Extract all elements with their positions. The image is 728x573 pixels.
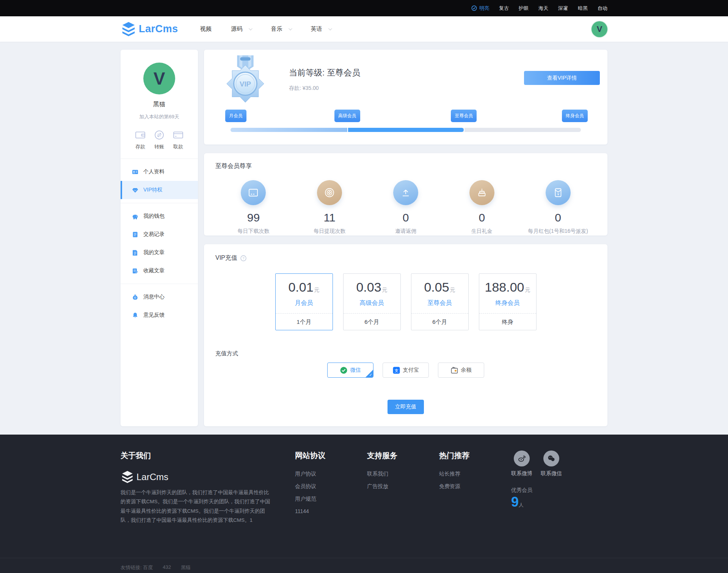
piggybank-icon [132, 213, 138, 220]
larcms-logo-icon [121, 22, 136, 37]
about-title: 关于我们 [121, 451, 295, 461]
current-level-title: 当前等级: 至尊会员 [289, 67, 360, 78]
bankcard-icon [173, 129, 184, 141]
privilege-referral: 0 邀请返佣 [368, 180, 444, 235]
theme-dark[interactable]: 暗黑 [578, 5, 588, 12]
sidebar-item-favorites[interactable]: 收藏文章 [121, 262, 198, 280]
link-member-agreement[interactable]: 会员协议 [295, 483, 367, 490]
plan-supreme[interactable]: 0.05元 至尊会员 6个月 [411, 273, 469, 330]
link-contact-us[interactable]: 联系我们 [367, 471, 439, 477]
balance-icon [451, 367, 458, 374]
wechat-pay-icon [340, 367, 347, 374]
footer-col-recommend: 热门推荐 站长推荐 免费资源 [439, 451, 511, 558]
plan-premium[interactable]: 0.03元 高级会员 6个月 [343, 273, 401, 330]
privilege-download: 99 每日下载次数 [215, 180, 292, 235]
site-header: LarCms 视频 源码 音乐 英语 V [0, 16, 728, 42]
moneybag-icon [132, 294, 138, 300]
deposit-value: ¥35.00 [303, 85, 319, 91]
deposit-info: 存款: ¥35.00 [289, 85, 360, 92]
article-icon [132, 250, 138, 256]
sidebar-avatar[interactable]: V [143, 63, 175, 94]
larcms-logo-icon [121, 471, 134, 484]
weibo-contact[interactable]: 联系微博 [511, 451, 532, 477]
nav-video[interactable]: 视频 [200, 25, 212, 33]
level-tag-month[interactable]: 月会员 [225, 110, 246, 122]
link-advertising[interactable]: 广告投放 [367, 483, 439, 490]
transfer-action[interactable]: 转账 [154, 129, 165, 150]
link-11144[interactable]: 11144 [295, 508, 367, 514]
chevron-down-icon [289, 27, 292, 30]
deposit-label: 存款: [289, 85, 301, 91]
nav-source[interactable]: 源码 [231, 25, 251, 33]
wechat-pay-button[interactable]: 微信 ✓ [327, 363, 373, 378]
link-free-resources[interactable]: 免费资源 [439, 483, 511, 490]
idcard-icon [132, 169, 138, 175]
footer-brand: LarCms [121, 471, 295, 484]
deposit-action[interactable]: 存款 [135, 129, 146, 150]
sidebar-item-feedback[interactable]: 意见反馈 [121, 306, 198, 324]
privileges-title: 至尊会员尊享 [215, 162, 596, 170]
level-tag-supreme[interactable]: 至尊会员 [451, 110, 477, 122]
view-vip-detail-button[interactable]: 查看VIP详情 [524, 71, 600, 85]
sidebar-item-articles[interactable]: 我的文章 [121, 243, 198, 262]
plan-lifetime[interactable]: 188.00元 终身会员 终身 [479, 273, 537, 330]
theme-auto[interactable]: 自动 [598, 5, 607, 12]
footer: 关于我们 LarCms 我们是一个牛逼到炸天的团队，我们打造了中国最牛逼最具性价… [0, 435, 728, 573]
theme-eyecare[interactable]: 护眼 [519, 5, 529, 12]
svg-text:支: 支 [394, 368, 399, 372]
help-icon[interactable]: ? [240, 255, 246, 261]
friend-link-baidu[interactable]: 友情链接: 百度 [121, 564, 153, 571]
theme-bright[interactable]: 明亮 [471, 5, 489, 12]
weibo-icon [514, 451, 530, 466]
progress-segment-2 [347, 128, 464, 132]
footer-bottom: 友情链接: 百度 432 黑猫 Copyright © 2015-2020 资源… [0, 558, 728, 573]
privilege-birthday: 0 生日礼金 [444, 180, 520, 235]
privilege-red-envelope: ¥ 0 每月红包(1号和16号派发) [520, 180, 596, 235]
about-description: 我们是一个牛逼到炸天的团队，我们打造了中国最牛逼最具性价比的资源下载CMS。我们… [121, 488, 271, 525]
alipay-button[interactable]: 支 支付宝 [383, 363, 429, 378]
theme-sea[interactable]: 海天 [538, 5, 548, 12]
coin-icon [317, 180, 342, 205]
footer-col-agreements: 网站协议 用户协议 会员协议 用户规范 11144 [295, 451, 367, 558]
plan-month[interactable]: 0.01元 月会员 1个月 [275, 273, 333, 330]
transfer-icon [154, 129, 165, 141]
sidebar-item-profile[interactable]: 个人资料 [121, 163, 198, 181]
sidebar-item-messages[interactable]: 消息中心 [121, 288, 198, 306]
friend-link-432[interactable]: 432 [163, 564, 171, 571]
wechat-icon [543, 451, 559, 466]
privilege-withdraw: 11 每日提现次数 [292, 180, 368, 235]
brand-logo[interactable]: LarCms [121, 22, 178, 37]
theme-label: 明亮 [479, 5, 489, 12]
level-tag-lifetime[interactable]: 终身会员 [562, 110, 588, 122]
privileges-card: 至尊会员尊享 99 每日下载次数 11 每日提现次数 [204, 153, 607, 235]
upload-icon [393, 180, 418, 205]
progress-segment-1 [231, 128, 347, 132]
brand-name: LarCms [139, 23, 178, 35]
favorite-icon [132, 268, 138, 274]
theme-retro[interactable]: 复古 [499, 5, 509, 12]
nav-music[interactable]: 音乐 [271, 25, 291, 33]
level-tag-premium[interactable]: 高级会员 [334, 110, 360, 122]
user-avatar[interactable]: V [592, 21, 607, 37]
withdraw-action[interactable]: 取款 [173, 129, 184, 150]
link-user-rules[interactable]: 用户规范 [295, 496, 367, 502]
nav-english[interactable]: 英语 [311, 25, 331, 33]
link-webmaster-recommend[interactable]: 站长推荐 [439, 471, 511, 477]
balance-pay-button[interactable]: 余额 [438, 363, 484, 378]
link-user-agreement[interactable]: 用户协议 [295, 471, 367, 477]
payment-method-label: 充值方式 [215, 350, 596, 357]
wechat-contact[interactable]: 联系微信 [541, 451, 562, 477]
bell-icon [132, 312, 138, 319]
footer-col-support: 支持服务 联系我们 广告投放 [367, 451, 439, 558]
page: 明亮 复古 护眼 海天 深邃 暗黑 自动 LarCms 视频 源码 [0, 0, 728, 573]
sidebar-item-wallet[interactable]: 我的钱包 [121, 207, 198, 225]
svg-text:¥: ¥ [557, 192, 559, 196]
svg-text:?: ? [242, 256, 244, 260]
sidebar-item-vip[interactable]: VIP特权 [121, 181, 198, 199]
sidebar-item-transactions[interactable]: 交易记录 [121, 225, 198, 243]
theme-deep[interactable]: 深邃 [558, 5, 568, 12]
recharge-now-button[interactable]: 立即充值 [388, 400, 424, 414]
friend-link-heimao[interactable]: 黑猫 [181, 564, 191, 571]
joined-days: 加入本站的第69天 [121, 113, 198, 120]
cake-icon [469, 180, 494, 205]
